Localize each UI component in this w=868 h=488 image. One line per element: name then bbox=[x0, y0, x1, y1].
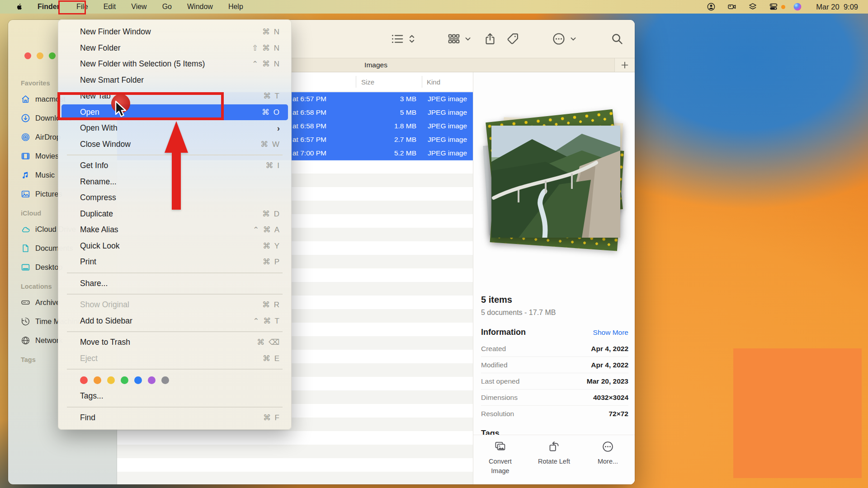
menubar-item-help[interactable]: Help bbox=[221, 0, 251, 14]
file-row-size: 3 MB bbox=[343, 92, 416, 106]
account-icon[interactable] bbox=[707, 2, 716, 11]
airdrop-icon bbox=[21, 132, 30, 142]
menu-item-share[interactable]: Share... bbox=[61, 276, 288, 292]
more-circle-icon bbox=[602, 441, 614, 453]
chevron-down-icon[interactable] bbox=[570, 35, 577, 43]
info-label: Last opened bbox=[481, 377, 519, 385]
menu-item-new-finder-window[interactable]: New Finder Window⌘ N bbox=[61, 24, 288, 40]
menu-item-tags[interactable]: Tags... bbox=[61, 388, 288, 404]
menu-item-duplicate[interactable]: Duplicate⌘ D bbox=[61, 206, 288, 222]
search-icon[interactable] bbox=[611, 33, 623, 45]
info-row-last-opened: Last openedMar 20, 2023 bbox=[481, 373, 628, 389]
show-more-link[interactable]: Show More bbox=[593, 328, 628, 337]
menu-item-quick-look[interactable]: Quick Look⌘ Y bbox=[61, 238, 288, 254]
file-row-kind: JPEG image bbox=[428, 133, 467, 146]
menu-item-close-window[interactable]: Close Window⌘ W bbox=[61, 136, 288, 153]
tag-color-dot[interactable] bbox=[107, 376, 115, 384]
menu-bar-clock[interactable]: Mar 20 9:09 bbox=[816, 3, 858, 11]
menu-item-get-info[interactable]: Get Info⌘ I bbox=[61, 158, 288, 174]
file-row-date: at 6:58 PM bbox=[292, 106, 326, 119]
column-header-size[interactable]: Size bbox=[361, 78, 374, 86]
menu-item-shortcut: ⌘ R bbox=[262, 300, 280, 310]
menu-item-open-with[interactable]: Open With› bbox=[61, 120, 288, 136]
menu-item-find[interactable]: Find⌘ F bbox=[61, 410, 288, 426]
tag-color-dot[interactable] bbox=[134, 376, 142, 384]
menu-item-label: Open bbox=[80, 108, 99, 117]
movies-icon bbox=[21, 151, 30, 161]
file-row-size: 2.7 MB bbox=[343, 133, 416, 146]
menu-item-print[interactable]: Print⌘ P bbox=[61, 254, 288, 270]
time-machine-icon bbox=[21, 317, 30, 326]
sidebar-item-label: Movies bbox=[35, 152, 59, 160]
music-icon bbox=[21, 170, 30, 180]
column-divider[interactable] bbox=[422, 76, 422, 88]
preview-pane: 5 items 5 documents - 17.7 MB Informatio… bbox=[473, 72, 635, 484]
menu-separator bbox=[67, 369, 283, 370]
zoom-window-button[interactable] bbox=[49, 52, 56, 59]
info-label: Resolution bbox=[481, 410, 514, 418]
tag-color-dot[interactable] bbox=[80, 376, 88, 384]
chevron-down-icon[interactable] bbox=[464, 35, 472, 43]
tag-color-dot[interactable] bbox=[148, 376, 156, 384]
convert-image-icon bbox=[494, 441, 506, 453]
menu-item-shortcut: ⇧ ⌘ N bbox=[252, 43, 280, 53]
tag-color-dot[interactable] bbox=[161, 376, 169, 384]
file-row-kind: JPEG image bbox=[428, 92, 467, 106]
file-row-kind: JPEG image bbox=[428, 106, 467, 119]
new-tab-button[interactable] bbox=[614, 58, 635, 72]
control-center-icon[interactable] bbox=[769, 2, 778, 11]
empty-list-stripe bbox=[117, 472, 473, 484]
menu-item-new-smart-folder[interactable]: New Smart Folder bbox=[61, 72, 288, 89]
menubar-item-file[interactable]: File bbox=[69, 0, 96, 14]
menu-item-make-alias[interactable]: Make Alias⌃ ⌘ A bbox=[61, 222, 288, 238]
screen: FavoritesmacmostDownloadsAirDropMoviesMu… bbox=[0, 0, 868, 488]
action-more[interactable]: More... bbox=[587, 441, 629, 466]
stage-manager-icon[interactable] bbox=[748, 2, 757, 11]
menu-item-shortcut: ⌃ ⌘ N bbox=[252, 59, 280, 69]
info-label: Modified bbox=[481, 361, 508, 369]
menu-item-open[interactable]: Open⌘ O bbox=[61, 104, 288, 121]
tag-color-dot[interactable] bbox=[121, 376, 128, 384]
sort-chevrons-icon[interactable] bbox=[407, 33, 417, 45]
menu-item-label: Duplicate bbox=[80, 209, 113, 219]
menu-item-label: Close Window bbox=[80, 140, 131, 149]
apple-logo-icon[interactable] bbox=[15, 3, 24, 11]
menu-item-shortcut: ⌘ T bbox=[263, 91, 280, 101]
notification-dot bbox=[781, 5, 785, 9]
menu-item-label: Rename... bbox=[80, 177, 117, 187]
more-circle-icon[interactable] bbox=[552, 32, 566, 46]
column-header-kind[interactable]: Kind bbox=[427, 78, 440, 86]
menu-item-shortcut: ⌃ ⌘ T bbox=[253, 316, 280, 326]
menubar-item-go[interactable]: Go bbox=[155, 0, 179, 14]
menu-item-compress[interactable]: Compress bbox=[61, 190, 288, 206]
menu-item-shortcut: ⌘ Y bbox=[263, 241, 280, 251]
menu-item-rename[interactable]: Rename... bbox=[61, 174, 288, 190]
info-value: 72×72 bbox=[609, 410, 628, 418]
list-view-icon[interactable] bbox=[391, 32, 404, 46]
menu-item-shortcut: ⌃ ⌘ A bbox=[253, 225, 280, 235]
minimize-window-button[interactable] bbox=[37, 52, 43, 59]
group-view-icon[interactable] bbox=[447, 32, 461, 46]
menu-item-label: Tags... bbox=[80, 391, 104, 401]
close-window-button[interactable] bbox=[24, 52, 31, 59]
menubar-item-window[interactable]: Window bbox=[179, 0, 221, 14]
action-convert-image[interactable]: Convert Image bbox=[480, 441, 521, 476]
action-rotate-left[interactable]: Rotate Left bbox=[533, 441, 575, 466]
menu-item-new-tab[interactable]: New Tab⌘ T bbox=[61, 88, 288, 104]
file-row-size: 5.2 MB bbox=[343, 146, 416, 160]
tag-icon[interactable] bbox=[506, 33, 519, 46]
menu-item-move-to-trash[interactable]: Move to Trash⌘ ⌫ bbox=[61, 334, 288, 351]
menubar-item-finder[interactable]: Finder bbox=[30, 0, 69, 14]
column-divider[interactable] bbox=[356, 76, 356, 88]
menubar-item-edit[interactable]: Edit bbox=[96, 0, 124, 14]
share-icon[interactable] bbox=[484, 33, 497, 46]
file-row-kind: JPEG image bbox=[428, 146, 467, 160]
photo-landscape-bridge bbox=[491, 126, 620, 238]
menubar-item-view[interactable]: View bbox=[123, 0, 154, 14]
menu-item-add-to-sidebar[interactable]: Add to Sidebar⌃ ⌘ T bbox=[61, 313, 288, 329]
screen-record-icon[interactable] bbox=[727, 2, 736, 11]
tag-color-dot[interactable] bbox=[94, 376, 101, 384]
siri-icon[interactable] bbox=[793, 2, 802, 11]
menu-item-new-folder-with-selection-5-items[interactable]: New Folder with Selection (5 Items)⌃ ⌘ N bbox=[61, 56, 288, 72]
menu-item-new-folder[interactable]: New Folder⇧ ⌘ N bbox=[61, 40, 288, 56]
